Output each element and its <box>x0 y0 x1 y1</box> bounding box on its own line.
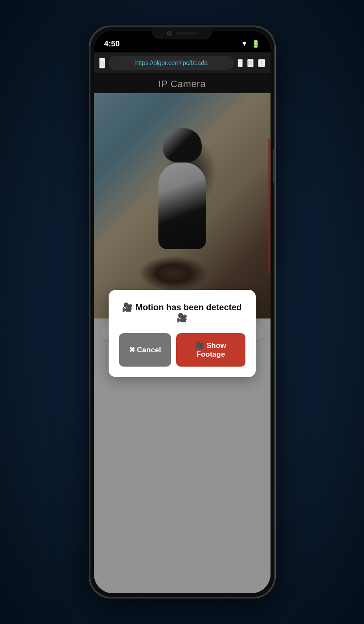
phone-notch <box>152 27 213 39</box>
volume-down-button[interactable] <box>89 149 90 175</box>
tabs-button[interactable]: ⊡ <box>247 59 254 67</box>
side-accent <box>274 149 275 183</box>
new-tab-button[interactable]: + <box>238 59 243 67</box>
cancel-button[interactable]: ✖ Cancel <box>119 333 171 367</box>
modal-overlay: 🎥 Motion has been detected 🎥 ✖ Cancel 🎥 … <box>94 73 271 593</box>
modal-message: 🎥 Motion has been detected 🎥 <box>119 302 245 323</box>
menu-button[interactable]: ⋮ <box>258 59 265 67</box>
browser-home-button[interactable]: ⌂ <box>99 58 106 68</box>
earpiece-speaker <box>176 32 197 35</box>
modal-buttons: ✖ Cancel 🎥 Show Footage <box>119 333 245 367</box>
front-camera <box>167 31 172 36</box>
browser-bar: ⌂ https://olgor.com/ipc/01ada + ⊡ ⋮ <box>94 52 271 73</box>
show-footage-button[interactable]: 🎥 Show Footage <box>176 333 245 367</box>
browser-url-bar[interactable]: https://olgor.com/ipc/01ada <box>109 56 234 70</box>
power-button[interactable] <box>274 149 275 183</box>
battery-icon: 🔋 <box>251 40 260 48</box>
phone-screen: 4:50 ▼ 🔋 ⌂ https://olgor.com/ipc/01ada +… <box>94 31 271 593</box>
browser-actions: + ⊡ ⋮ <box>238 59 265 67</box>
page-content: IP Camera ● ●●●●● ● ●●●●●● <box>94 73 271 593</box>
modal-dialog: 🎥 Motion has been detected 🎥 ✖ Cancel 🎥 … <box>109 290 256 377</box>
wifi-icon: ▼ <box>241 40 248 48</box>
volume-up-button[interactable] <box>89 114 90 140</box>
phone-device: 4:50 ▼ 🔋 ⌂ https://olgor.com/ipc/01ada +… <box>89 26 275 598</box>
status-time: 4:50 <box>104 39 120 49</box>
status-icons: ▼ 🔋 <box>241 40 260 48</box>
